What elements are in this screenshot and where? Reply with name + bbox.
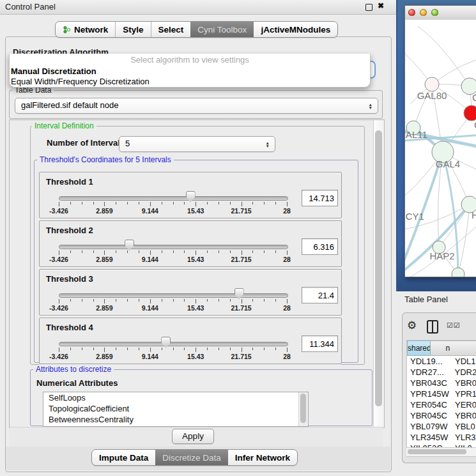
slider-tick — [275, 250, 276, 253]
network-node-label: HAP2 — [429, 250, 454, 261]
slider-track[interactable] — [59, 245, 288, 249]
tab-discretize-data[interactable]: Discretize Data — [155, 450, 228, 465]
slider-tick — [173, 250, 174, 253]
table-cell-shared-name[interactable]: YBL079W — [407, 421, 452, 432]
attribute-list-item[interactable]: SelfLoops — [43, 392, 308, 403]
table-cell-name[interactable]: YDL1 — [452, 356, 476, 367]
dropdown-item-manual-discretization[interactable]: Manual Discretization — [10, 66, 370, 77]
table-row[interactable]: YBL079WYBL0 — [407, 421, 476, 432]
table-cell-shared-name[interactable]: YPR145W — [407, 388, 452, 399]
threshold-value-field[interactable] — [302, 335, 338, 352]
dropdown-item-equal-width[interactable]: Equal Width/Frequency Discretization — [10, 77, 370, 87]
slider-tick — [70, 250, 71, 253]
close-icon[interactable]: ✖ — [378, 1, 384, 10]
table-cell-shared-name[interactable]: YDL19... — [407, 356, 452, 367]
network-window-titlebar[interactable] — [405, 6, 476, 20]
slider-tick — [207, 202, 208, 204]
tab-select[interactable]: Select — [151, 22, 191, 37]
slider-tick-label: 21.715 — [231, 207, 252, 215]
threshold-value-field[interactable] — [302, 190, 338, 206]
slider-tick — [116, 250, 116, 253]
network-node-label: GAL80 — [417, 90, 447, 101]
tab-network[interactable]: Network — [56, 22, 115, 37]
table-cell-name[interactable]: YLR3 — [452, 432, 476, 443]
network-canvas[interactable]: GAL80GACGAL11GAL4GCY1HHAP2 — [405, 20, 476, 277]
tab-jactivemnodules[interactable]: jActiveMNodules — [254, 22, 337, 37]
minimize-traffic-light-icon[interactable] — [420, 9, 427, 16]
network-node-label: GAL11 — [405, 129, 427, 140]
algorithm-dropdown-popup: Select algorithm to view settings Manual… — [9, 54, 371, 88]
number-of-intervals-combobox[interactable]: 5 ▲▼ — [119, 136, 275, 152]
table-hscrollbar[interactable] — [406, 447, 476, 456]
network-node-label: H — [472, 210, 476, 220]
node-attribute-table: shared... n YDL19...YDL1YDR27...YDR2YBR0… — [406, 340, 476, 457]
slider-tick — [150, 202, 151, 206]
slider-tick-label: 2.859 — [96, 256, 112, 263]
tab-cyni-toolbox[interactable]: Cyni Toolbox — [190, 22, 254, 37]
attribute-list-item[interactable]: TopologicalCoefficient — [43, 403, 308, 414]
slider-track[interactable] — [59, 342, 288, 346]
table-row[interactable]: YLR345WYLR3 — [407, 432, 476, 443]
list-scrollbar[interactable] — [298, 392, 308, 426]
slider-tick-label: 15.43 — [187, 207, 204, 215]
slider-tick-label: 2.859 — [96, 353, 112, 360]
numerical-attributes-label: Numerical Attributes — [36, 378, 118, 388]
table-row[interactable]: YBR045CYBR0 — [407, 410, 476, 421]
network-node[interactable] — [425, 77, 439, 91]
slider-tick — [275, 202, 276, 204]
list-scrollbar-thumb[interactable] — [300, 394, 306, 423]
table-row[interactable]: YDL19...YDL1 — [407, 356, 476, 367]
network-view-window: GAL80GACGAL11GAL4GCY1HHAP2 — [404, 5, 476, 277]
table-cell-name[interactable]: YDR2 — [452, 367, 476, 378]
slider-tick — [104, 250, 105, 255]
table-cell-shared-name[interactable]: YDR27... — [407, 367, 452, 378]
column-header-shared-name[interactable]: shared... — [407, 341, 431, 356]
gear-icon[interactable]: ⚙ — [407, 319, 417, 332]
tab-impute-data[interactable]: Impute Data — [92, 450, 155, 465]
settings-scrollbar[interactable] — [373, 120, 384, 427]
network-node[interactable] — [464, 105, 476, 121]
tab-infer-network[interactable]: Infer Network — [228, 450, 297, 465]
table-cell-name[interactable]: YPR1 — [452, 388, 476, 399]
table-hscrollbar-thumb[interactable] — [408, 449, 466, 454]
table-cell-shared-name[interactable]: YER054C — [407, 399, 452, 410]
slider-tick — [184, 202, 185, 204]
network-node-label: GAL4 — [436, 158, 460, 169]
threshold-value-field[interactable] — [302, 238, 338, 255]
apply-button[interactable]: Apply — [172, 429, 214, 444]
cyni-bottom-tabstrip: Impute Data Discretize Data Infer Networ… — [91, 449, 298, 466]
close-traffic-light-icon[interactable] — [408, 9, 415, 16]
tab-label: Discretize Data — [162, 450, 221, 465]
checkboxes-icon[interactable]: ☑☑ — [447, 321, 461, 330]
split-columns-icon[interactable] — [427, 320, 438, 334]
float-window-icon[interactable] — [365, 4, 372, 11]
table-cell-name[interactable]: YBR0 — [452, 410, 476, 421]
slider-tick — [93, 348, 94, 350]
slider-track[interactable] — [59, 293, 288, 298]
table-cell-name[interactable]: YER0 — [452, 399, 476, 410]
table-cell-shared-name[interactable]: YBR043C — [407, 378, 452, 388]
node-table-body: YDL19...YDL1YDR27...YDR2YBR043CYBR0YPR14… — [407, 356, 476, 454]
slider-tick — [59, 202, 59, 206]
table-row[interactable]: YER054CYER0 — [407, 399, 476, 410]
column-header-name[interactable]: n — [431, 341, 476, 356]
table-row[interactable]: YBR043CYBR0 — [407, 378, 476, 388]
table-cell-name[interactable]: YBL0 — [452, 421, 475, 432]
tab-style[interactable]: Style — [115, 22, 150, 37]
slider-tick — [207, 348, 208, 350]
table-row[interactable]: YPR145WYPR1 — [407, 388, 476, 399]
slider-track[interactable] — [59, 196, 288, 201]
slider-tick — [173, 202, 174, 204]
table-cell-name[interactable]: YBR0 — [452, 378, 476, 388]
table-data-combobox[interactable]: galFiltered.sif default node ▲▼ — [15, 98, 378, 114]
table-cell-shared-name[interactable]: YLR345W — [407, 432, 452, 443]
threshold-value-field[interactable] — [302, 287, 338, 303]
table-row[interactable]: YDR27...YDR2 — [407, 367, 476, 378]
settings-scrollbar-thumb[interactable] — [375, 130, 382, 406]
slider-tick — [196, 202, 196, 206]
zoom-traffic-light-icon[interactable] — [431, 9, 438, 16]
attribute-list-item[interactable]: BetweennessCentrality — [43, 414, 308, 425]
slider-tick — [104, 348, 105, 352]
network-node[interactable] — [452, 268, 464, 277]
table-cell-shared-name[interactable]: YBR045C — [407, 410, 452, 421]
